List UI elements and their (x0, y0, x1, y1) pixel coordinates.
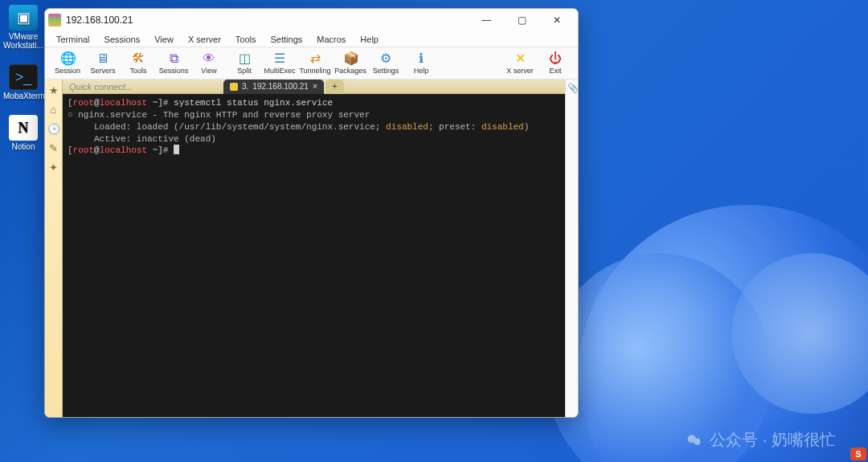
disabled-2: disabled (481, 122, 524, 132)
toolbar-label: Tools (129, 67, 146, 75)
view-button-icon: 👁 (202, 51, 216, 66)
active-line: Active: inactive (dead) (68, 134, 216, 144)
help-button-icon: ℹ (414, 51, 428, 66)
split-button-icon: ◫ (237, 51, 252, 66)
menu-xserver[interactable]: X server (182, 34, 227, 45)
loaded-line-pre: Loaded: loaded (/usr/lib/systemd/system/… (68, 122, 386, 132)
sessions-button-icon: ⧉ (166, 51, 181, 66)
paperclip-icon[interactable]: 📎 (567, 83, 577, 92)
toolbar-label: Session (55, 67, 80, 75)
watermark-text: 公众号 · 奶嘴很忙 (710, 429, 836, 451)
servers-button-icon: 🖥 (96, 51, 110, 66)
multiexec-button[interactable]: ☰MultiExec (262, 49, 297, 78)
menu-terminal[interactable]: Terminal (50, 34, 96, 45)
prompt-host-2: localhost (100, 145, 147, 155)
disabled-1: disabled (386, 122, 428, 132)
view-button[interactable]: 👁View (191, 49, 227, 78)
toolbar-label: Settings (373, 67, 399, 75)
toolbar-label: Split (237, 67, 252, 75)
toolbar-label: X server (506, 67, 534, 75)
session-button[interactable]: 🌐Session (50, 49, 85, 78)
tab-icon (230, 83, 238, 91)
exit-button[interactable]: ⏻Exit (538, 49, 573, 78)
session-button-icon: 🌐 (60, 51, 75, 66)
app-window: 192.168.100.21 — ▢ ✕ Terminal Sessions V… (44, 8, 579, 418)
maximize-button[interactable]: ▢ (504, 10, 539, 31)
svg-point-1 (694, 438, 700, 444)
menu-help[interactable]: Help (354, 34, 385, 45)
tunneling-button[interactable]: ⇄Tunneling (297, 49, 333, 78)
mobaxterm-icon: >_ (9, 64, 38, 90)
menu-macros[interactable]: Macros (310, 34, 352, 45)
tab-close-icon[interactable]: × (313, 82, 317, 91)
toolbar-label: Exit (549, 67, 561, 75)
app-icon (48, 14, 61, 27)
vmware-icon: ▣ (9, 5, 38, 31)
xserver-button[interactable]: ✕X server (502, 49, 538, 78)
prompt-at-2: @ (94, 145, 100, 155)
menu-tools[interactable]: Tools (229, 34, 263, 45)
sidebar-icon-4[interactable]: ✦ (47, 161, 60, 174)
close-button[interactable]: ✕ (539, 10, 575, 31)
prompt-path: ~]# (147, 98, 168, 108)
sessions-button[interactable]: ⧉Sessions (156, 49, 191, 78)
packages-button[interactable]: 📦Packages (333, 49, 368, 78)
ime-badge[interactable]: S (850, 448, 866, 460)
cursor (174, 145, 179, 154)
prompt-at: @ (94, 98, 100, 108)
tab-new[interactable]: + (326, 80, 343, 94)
menu-sessions[interactable]: Sessions (98, 34, 147, 45)
minimize-button[interactable]: — (469, 10, 504, 31)
plus-icon: + (332, 82, 337, 91)
packages-button-icon: 📦 (343, 51, 358, 66)
prompt-path-2: ~]# (147, 145, 168, 155)
tunneling-button-icon: ⇄ (308, 51, 322, 66)
service-bullet: ○ (68, 110, 78, 120)
menu-view[interactable]: View (148, 34, 180, 45)
servers-button[interactable]: 🖥Servers (85, 49, 121, 78)
sidebar: ★⌂🕒✎✦ (45, 80, 63, 417)
terminal-command: systemctl status nginx.service (168, 98, 333, 108)
toolbar-label: MultiExec (264, 67, 295, 75)
quick-connect-input[interactable]: Quick connect... (63, 82, 223, 92)
watermark: 公众号 · 奶嘴很忙 (686, 429, 836, 451)
toolbar-label: View (201, 67, 216, 75)
loaded-mid: ; preset: (428, 122, 481, 132)
quickbar: Quick connect... 3. 192.168.100.21 × + (63, 80, 565, 94)
desktop-icon-label: Notion (3, 142, 43, 151)
loaded-end: ) (524, 122, 530, 132)
notion-icon: N (9, 115, 38, 141)
menu-settings[interactable]: Settings (264, 34, 309, 45)
desktop-icon-mobaxterm[interactable]: >_ MobaXterm (3, 64, 43, 100)
xserver-button-icon: ✕ (513, 51, 527, 66)
prompt-user-2: root (73, 145, 94, 155)
titlebar[interactable]: 192.168.100.21 — ▢ ✕ (45, 9, 578, 31)
wechat-icon (686, 431, 703, 449)
desktop-icons: ▣ VMware Workstati... >_ MobaXterm N Not… (3, 5, 43, 151)
sidebar-icon-3[interactable]: ✎ (47, 142, 60, 155)
toolbar-label: Tunneling (299, 67, 330, 75)
prompt-host: localhost (100, 98, 147, 108)
exit-button-icon: ⏻ (548, 51, 563, 66)
tools-button[interactable]: 🛠Tools (121, 49, 156, 78)
service-desc: nginx.service - The nginx HTTP and rever… (78, 110, 370, 120)
desktop-icon-label: VMware Workstati... (3, 32, 43, 50)
window-title: 192.168.100.21 (66, 14, 133, 26)
tab-index: 3. (242, 82, 248, 91)
toolbar-label: Sessions (159, 67, 189, 75)
sidebar-icon-1[interactable]: ⌂ (47, 104, 60, 117)
toolbar-label: Help (414, 67, 429, 75)
settings-button[interactable]: ⚙Settings (368, 49, 403, 78)
terminal[interactable]: [root@localhost ~]# systemctl status ngi… (63, 94, 565, 417)
settings-button-icon: ⚙ (379, 51, 393, 66)
split-button[interactable]: ◫Split (227, 49, 262, 78)
sidebar-icon-0[interactable]: ★ (47, 84, 60, 97)
toolbar: 🌐Session🖥Servers🛠Tools⧉Sessions👁View◫Spl… (45, 47, 578, 80)
desktop-icon-label: MobaXterm (3, 92, 43, 100)
right-strip: 📎 (565, 80, 578, 417)
desktop-icon-vmware[interactable]: ▣ VMware Workstati... (3, 5, 43, 50)
desktop-icon-notion[interactable]: N Notion (3, 115, 43, 151)
help-button[interactable]: ℹHelp (403, 49, 439, 78)
tab-session-active[interactable]: 3. 192.168.100.21 × (223, 80, 324, 94)
sidebar-icon-2[interactable]: 🕒 (47, 123, 60, 136)
